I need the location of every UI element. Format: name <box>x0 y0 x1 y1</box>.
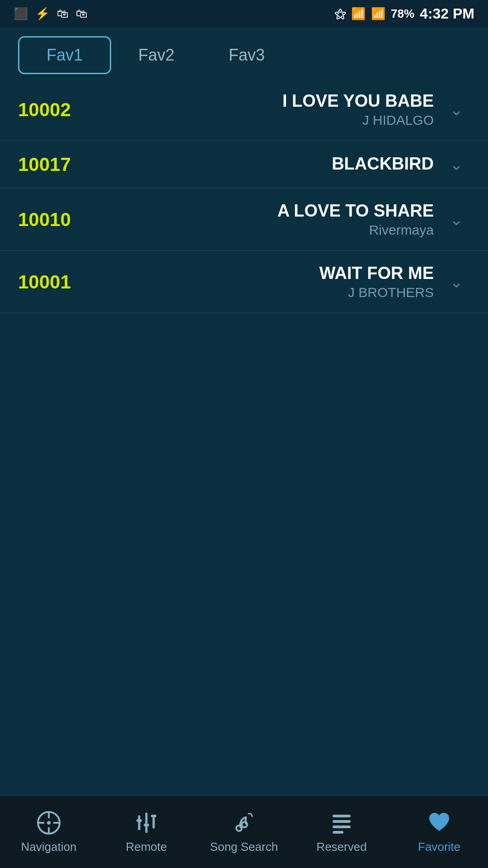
status-bar: ⬛ ⚡ 🛍 🛍 ⚝ 📶 📶 78% 4:32 PM <box>0 0 488 27</box>
nav-item-reserved[interactable]: Reserved <box>293 810 390 854</box>
nav-item-favorite[interactable]: Favorite <box>390 810 488 854</box>
navigation-icon <box>36 810 61 835</box>
song-number: 10017 <box>18 154 90 175</box>
favorite-heart-icon <box>427 810 452 835</box>
nav-label-reserved: Reserved <box>316 840 366 854</box>
status-icons-left: ⬛ ⚡ 🛍 🛍 <box>14 7 88 21</box>
svg-rect-11 <box>151 815 156 817</box>
battery-text: 78% <box>391 7 414 21</box>
reserved-icon <box>329 810 354 835</box>
svg-rect-14 <box>333 815 351 817</box>
song-artist: J BROTHERS <box>348 285 434 300</box>
song-number: 10002 <box>18 99 90 121</box>
song-number: 10001 <box>18 271 90 293</box>
status-icons-right: ⚝ 📶 📶 78% 4:32 PM <box>334 5 474 22</box>
svg-rect-10 <box>144 824 149 826</box>
nav-label-favorite: Favorite <box>418 840 460 854</box>
empty-content-area <box>0 437 488 796</box>
square-s-icon: ⬛ <box>14 7 28 21</box>
wifi-icon: 📶 <box>351 7 366 21</box>
svg-rect-9 <box>136 819 142 822</box>
song-row[interactable]: 10002 I LOVE YOU BABE J HIDALGO ⌄ <box>0 79 488 141</box>
song-title: I LOVE YOU BABE <box>282 91 434 111</box>
tab-bar: Fav1 Fav2 Fav3 <box>0 27 488 79</box>
bluetooth-icon: ⚝ <box>334 7 346 21</box>
svg-rect-15 <box>333 820 351 823</box>
song-artist: J HIDALGO <box>362 113 434 128</box>
svg-point-13 <box>242 822 247 827</box>
tab-fav2[interactable]: Fav2 <box>111 38 202 73</box>
chevron-down-icon: ⌄ <box>443 100 470 119</box>
chevron-down-icon: ⌄ <box>443 155 470 174</box>
song-list: 10002 I LOVE YOU BABE J HIDALGO ⌄ 10017 … <box>0 79 488 437</box>
bag-icon1: 🛍 <box>57 7 69 21</box>
signal-icon: 📶 <box>371 7 385 21</box>
song-row[interactable]: 10001 WAIT FOR ME J BROTHERS ⌄ <box>0 251 488 313</box>
song-number: 10010 <box>18 209 90 231</box>
svg-point-12 <box>236 826 242 831</box>
song-row[interactable]: 10017 BLACKBIRD ⌄ <box>0 141 488 189</box>
nav-item-navigation[interactable]: Navigation <box>0 810 98 854</box>
chevron-down-icon: ⌄ <box>443 273 470 292</box>
song-row[interactable]: 10010 A LOVE TO SHARE Rivermaya ⌄ <box>0 189 488 251</box>
song-info: I LOVE YOU BABE J HIDALGO <box>90 91 434 128</box>
song-title: BLACKBIRD <box>332 154 434 174</box>
nav-label-remote: Remote <box>126 840 167 854</box>
tab-fav3[interactable]: Fav3 <box>202 38 292 73</box>
tab-fav1[interactable]: Fav1 <box>18 36 111 74</box>
song-info: A LOVE TO SHARE Rivermaya <box>90 201 434 238</box>
nav-label-song-search: Song Search <box>210 840 278 854</box>
svg-point-1 <box>47 821 51 825</box>
bag-icon2: 🛍 <box>76 7 88 21</box>
usb-icon: ⚡ <box>35 7 50 21</box>
song-title: A LOVE TO SHARE <box>277 201 434 221</box>
song-title: WAIT FOR ME <box>319 264 434 283</box>
nav-item-song-search[interactable]: Song Search <box>195 810 293 854</box>
song-search-icon <box>231 810 257 835</box>
nav-label-navigation: Navigation <box>21 840 77 854</box>
clock: 4:32 PM <box>420 5 474 22</box>
remote-icon <box>134 810 159 835</box>
song-artist: Rivermaya <box>369 222 434 238</box>
bottom-navigation: Navigation Remote Song Search Reserved <box>0 796 488 868</box>
song-info: BLACKBIRD <box>90 154 434 175</box>
svg-rect-17 <box>333 831 343 834</box>
nav-item-remote[interactable]: Remote <box>98 810 195 854</box>
chevron-down-icon: ⌄ <box>443 210 470 229</box>
svg-rect-16 <box>333 826 351 828</box>
song-info: WAIT FOR ME J BROTHERS <box>90 264 434 300</box>
